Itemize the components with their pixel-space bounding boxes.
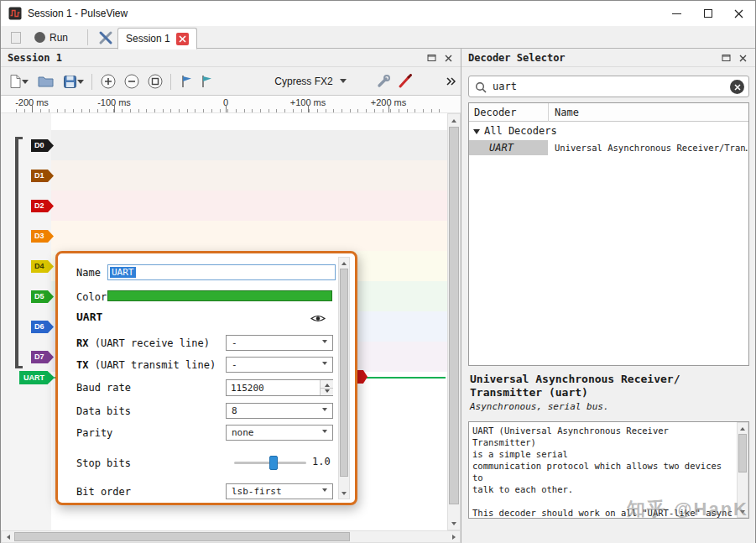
tab-label: Session 1 (126, 33, 170, 44)
arrow-up-icon (342, 259, 347, 265)
channel-tag[interactable]: D0 (31, 139, 54, 152)
decoder-list-header[interactable]: Decoder Name (469, 103, 748, 122)
channel-stripe (51, 130, 447, 160)
scroll-right-button[interactable] (448, 531, 460, 542)
channel-stripe (51, 191, 447, 221)
show-markers-button[interactable] (197, 71, 216, 91)
toolbar-overflow-button[interactable] (444, 71, 457, 91)
baud-rate-value: 115200 (231, 383, 264, 394)
dock-float-button[interactable] (425, 51, 439, 65)
color-label: Color (76, 291, 107, 303)
column-divider[interactable] (548, 103, 549, 122)
combo-arrow-icon (318, 405, 331, 417)
session-panel: Session 1 (1, 49, 461, 543)
channel-tag[interactable]: D2 (31, 200, 54, 212)
dialog-scrollbar[interactable] (338, 257, 350, 499)
session-panel-header: Session 1 (1, 49, 461, 67)
tab-close-button[interactable] (176, 33, 189, 45)
dock-close-icon (739, 55, 747, 62)
data-bits-select[interactable]: 8 (226, 403, 333, 419)
channel-tag[interactable]: D4 (31, 260, 54, 273)
rx-label: RX (UART receive line) (76, 337, 210, 349)
ruler-major-tick (226, 105, 227, 112)
save-icon (63, 75, 77, 89)
dock-close-button[interactable] (736, 51, 750, 65)
trace-vertical-scrollbar[interactable] (447, 113, 461, 530)
scrollbar-thumb[interactable] (449, 127, 459, 504)
visibility-eye-icon[interactable] (310, 313, 326, 324)
spin-up-button[interactable] (321, 380, 333, 388)
clear-search-button[interactable] (730, 80, 744, 94)
trace-horizontal-scrollbar[interactable] (1, 530, 461, 543)
column-header-decoder[interactable]: Decoder (474, 107, 517, 118)
channel-tag[interactable]: D6 (31, 321, 54, 333)
scroll-up-button[interactable] (738, 423, 748, 433)
close-icon (734, 9, 743, 18)
ruler-major-tick (32, 105, 33, 112)
new-view-button[interactable] (6, 71, 31, 91)
open-button[interactable] (36, 71, 56, 91)
zoom-in-button[interactable] (98, 71, 118, 91)
show-cursors-button[interactable] (177, 71, 196, 91)
bit-order-select[interactable]: lsb-first (226, 483, 333, 499)
run-button[interactable]: Run (29, 28, 73, 47)
color-picker-button[interactable] (107, 290, 332, 301)
decoder-result-id: UART (489, 142, 514, 154)
rx-select[interactable]: - (226, 335, 333, 351)
zoom-in-icon (100, 73, 117, 90)
save-button[interactable] (60, 71, 86, 91)
decoder-selector-header: Decoder Selector (461, 49, 755, 67)
ruler-major-tick (114, 105, 115, 112)
scroll-down-button[interactable] (448, 518, 460, 530)
decoder-result-name: Universal Asynchronous Receiver/Tran… (555, 143, 748, 153)
combo-arrow-icon (318, 337, 331, 349)
channel-tag[interactable]: D5 (31, 290, 54, 303)
ruler-minor-ticks (16, 109, 441, 112)
channel-tag[interactable]: D3 (31, 230, 54, 243)
baud-rate-spinbox[interactable]: 115200 (226, 379, 333, 396)
dock-float-button[interactable] (719, 51, 733, 65)
decoder-selector-panel: Decoder Selector uart Decoder Name (461, 49, 755, 543)
minimize-button[interactable] (661, 1, 691, 26)
decoder-list: Decoder Name All Decoders UART Universal… (468, 102, 749, 366)
spin-down-button[interactable] (321, 388, 333, 395)
maximize-icon (704, 9, 712, 18)
maximize-button[interactable] (693, 1, 723, 26)
scroll-up-button[interactable] (448, 114, 460, 126)
arrow-down-icon (451, 522, 456, 528)
zoom-fit-button[interactable] (145, 71, 165, 91)
decoder-result-row[interactable]: UART Universal Asynchronous Receiver/Tra… (469, 140, 748, 156)
minimize-icon (672, 13, 681, 14)
device-select[interactable]: Cypress FX2 (251, 70, 370, 92)
close-button[interactable] (723, 1, 753, 26)
settings-button[interactable] (92, 28, 119, 47)
scroll-up-button[interactable] (339, 258, 349, 268)
title-bar: Session 1 - PulseView (1, 1, 755, 26)
stop-bits-slider-handle[interactable] (269, 456, 278, 470)
tree-expander-icon[interactable] (473, 129, 480, 138)
channel-row: D0 (1, 130, 447, 160)
tx-select[interactable]: - (226, 357, 333, 373)
configure-device-button[interactable] (373, 71, 394, 91)
search-input-value: uart (493, 81, 517, 92)
tree-root-row[interactable]: All Decoders (469, 123, 748, 139)
decoder-tag-uart[interactable]: UART (19, 371, 55, 384)
wrench-screwdriver-icon (97, 29, 114, 46)
scrollbar-thumb[interactable] (14, 532, 350, 541)
tab-session-1[interactable]: Session 1 (117, 28, 197, 50)
dock-close-button[interactable] (441, 51, 456, 65)
scroll-down-button[interactable] (339, 488, 349, 499)
new-session-button[interactable] (4, 28, 28, 47)
decoder-search-input[interactable]: uart (468, 76, 749, 97)
parity-select[interactable]: none (226, 425, 333, 441)
channel-tag[interactable]: D1 (31, 170, 54, 182)
channel-tag[interactable]: D7 (31, 351, 54, 363)
scrollbar-thumb[interactable] (738, 434, 747, 473)
baud-rate-label: Baud rate (76, 382, 131, 394)
scrollbar-thumb[interactable] (340, 269, 348, 477)
column-header-name[interactable]: Name (555, 107, 579, 118)
scroll-left-button[interactable] (2, 531, 13, 542)
channels-button[interactable] (395, 71, 415, 91)
name-input[interactable]: UART (107, 264, 336, 280)
zoom-out-button[interactable] (122, 71, 142, 91)
